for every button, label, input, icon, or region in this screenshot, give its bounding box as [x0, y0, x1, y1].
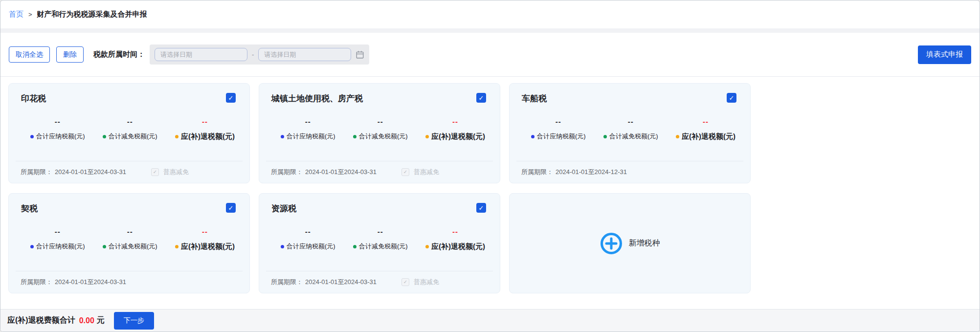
orange-dot-icon: [425, 135, 429, 138]
stat-value: --: [305, 117, 311, 126]
check-icon: ✓: [479, 95, 484, 101]
stat-reduction: -- 合计减免税额(元): [603, 117, 658, 141]
check-icon: ✓: [228, 205, 234, 211]
stat-label: 合计减免税额(元): [609, 132, 658, 141]
stat-value: --: [628, 117, 634, 126]
stat-refund: -- 应(补)退税额(元): [425, 227, 485, 251]
add-tax-type-card[interactable]: 新增税种: [509, 193, 751, 293]
cancel-select-all-button[interactable]: 取消全选: [9, 46, 50, 63]
stat-label: 合计减免税额(元): [109, 132, 157, 141]
stat-value: --: [378, 117, 383, 126]
total-label: 应(补)退税费额合计: [7, 315, 75, 326]
stat-value: --: [202, 227, 208, 236]
stat-value: --: [305, 227, 311, 236]
orange-dot-icon: [175, 245, 178, 248]
check-icon: ✓: [228, 95, 234, 101]
stat-value: --: [703, 117, 709, 126]
check-icon: ✓: [403, 280, 407, 285]
green-dot-icon: [103, 245, 106, 248]
period-limit-label: 所属期限：: [271, 168, 303, 177]
date-end-input[interactable]: [258, 48, 351, 61]
calendar-icon[interactable]: [356, 50, 364, 59]
stat-payable: -- 合计应纳税额(元): [30, 117, 85, 141]
period-limit-value: 2024-01-01至2024-12-31: [556, 168, 627, 177]
stat-label: 合计减免税额(元): [109, 242, 157, 251]
stat-value: --: [127, 227, 133, 236]
card-checkbox-checked[interactable]: ✓: [476, 203, 486, 213]
plus-circle-icon: [600, 232, 623, 255]
delete-button[interactable]: 删除: [56, 46, 84, 63]
tax-cards-grid: 印花税 ✓ -- 合计应纳税额(元) -- 合计减免税额(元) -- 应(补)退…: [0, 77, 980, 293]
relief-checkbox-disabled: ✓: [401, 168, 409, 176]
green-dot-icon: [353, 245, 356, 248]
card-checkbox-checked[interactable]: ✓: [226, 93, 236, 103]
period-limit-value: 2024-01-01至2024-03-31: [55, 168, 126, 177]
card-title: 契税: [21, 203, 38, 214]
section-divider-strip: [0, 28, 980, 33]
card-footer: 所属期限： 2024-01-01至2024-03-31 ✓ 普惠减免: [266, 161, 493, 183]
tax-card-land-property-tax: 城镇土地使用税、房产税 ✓ -- 合计应纳税额(元) -- 合计减免税额(元) …: [259, 83, 500, 183]
stat-label: 合计减免税额(元): [359, 132, 408, 141]
stat-label: 应(补)退税额(元): [181, 242, 235, 251]
tax-period-label: 税款所属时间：: [93, 50, 145, 59]
stat-refund: -- 应(补)退税额(元): [425, 117, 485, 141]
card-title: 车船税: [522, 93, 547, 104]
period-limit-value: 2024-01-01至2024-03-31: [305, 168, 377, 177]
period-limit-value: 2024-01-01至2024-03-31: [55, 278, 126, 287]
next-step-button[interactable]: 下一步: [114, 312, 154, 330]
card-checkbox-checked[interactable]: ✓: [476, 93, 486, 103]
stat-value: --: [55, 227, 61, 236]
relief-group: ✓ 普惠减免: [151, 168, 189, 177]
card-title: 资源税: [271, 203, 296, 214]
stat-payable: -- 合计应纳税额(元): [281, 227, 335, 251]
stat-value: --: [127, 117, 133, 126]
tax-card-deed-tax: 契税 ✓ -- 合计应纳税额(元) -- 合计减免税额(元) -- 应(补)退税…: [8, 193, 250, 293]
card-footer: 所属期限： 2024-01-01至2024-12-31: [516, 161, 743, 183]
card-footer: 所属期限： 2024-01-01至2024-03-31: [16, 271, 243, 293]
blue-dot-icon: [281, 135, 284, 138]
stat-label: 合计应纳税额(元): [36, 242, 85, 251]
bottom-summary-bar: 应(补)退税费额合计 0.00 元 下一步: [0, 309, 980, 332]
blue-dot-icon: [531, 135, 535, 138]
stat-value: --: [55, 117, 61, 126]
stat-refund: -- 应(补)退税额(元): [175, 227, 235, 251]
green-dot-icon: [353, 135, 356, 138]
card-footer: 所属期限： 2024-01-01至2024-03-31 ✓ 普惠减免: [266, 271, 493, 293]
card-footer: 所属期限： 2024-01-01至2024-03-31 ✓ 普惠减免: [16, 161, 243, 183]
page-title: 财产和行为税税源采集及合并申报: [37, 10, 147, 19]
stat-value: --: [452, 117, 458, 126]
period-limit-label: 所属期限：: [21, 168, 52, 177]
tax-card-stamp-tax: 印花税 ✓ -- 合计应纳税额(元) -- 合计减免税额(元) -- 应(补)退…: [8, 83, 250, 183]
breadcrumb: 首页 > 财产和行为税税源采集及合并申报: [0, 0, 980, 28]
blue-dot-icon: [30, 245, 34, 248]
total-unit: 元: [97, 315, 105, 326]
stat-label: 应(补)退税额(元): [682, 132, 735, 141]
orange-dot-icon: [425, 245, 429, 248]
stat-reduction: -- 合计减免税额(元): [353, 117, 408, 141]
stat-refund: -- 应(补)退税额(元): [676, 117, 735, 141]
date-start-input[interactable]: [155, 48, 247, 61]
card-stats: -- 合计应纳税额(元) -- 合计减免税额(元) -- 应(补)退税额(元): [9, 117, 249, 141]
green-dot-icon: [603, 135, 607, 138]
relief-label: 普惠减免: [414, 168, 439, 177]
breadcrumb-home-link[interactable]: 首页: [9, 10, 23, 19]
stat-reduction: -- 合计减免税额(元): [353, 227, 408, 251]
card-checkbox-checked[interactable]: ✓: [226, 203, 236, 213]
card-stats: -- 合计应纳税额(元) -- 合计减免税额(元) -- 应(补)退税额(元): [510, 117, 750, 141]
check-icon: ✓: [479, 205, 484, 211]
orange-dot-icon: [175, 135, 178, 138]
total-value: 0.00: [79, 316, 94, 325]
form-declare-button[interactable]: 填表式申报: [918, 45, 971, 64]
check-icon: ✓: [403, 170, 407, 175]
card-stats: -- 合计应纳税额(元) -- 合计减免税额(元) -- 应(补)退税额(元): [259, 227, 500, 251]
stat-label: 合计应纳税额(元): [537, 132, 586, 141]
card-checkbox-checked[interactable]: ✓: [727, 93, 736, 103]
period-limit-label: 所属期限：: [271, 278, 303, 287]
date-range-picker: -: [150, 44, 369, 65]
stat-value: --: [452, 227, 458, 236]
stat-value: --: [556, 117, 561, 126]
card-title: 印花税: [21, 93, 46, 104]
stat-reduction: -- 合计减免税额(元): [103, 117, 157, 141]
toolbar: 取消全选 删除 税款所属时间： - 填表式申报: [0, 33, 980, 77]
relief-label: 普惠减免: [414, 278, 439, 287]
